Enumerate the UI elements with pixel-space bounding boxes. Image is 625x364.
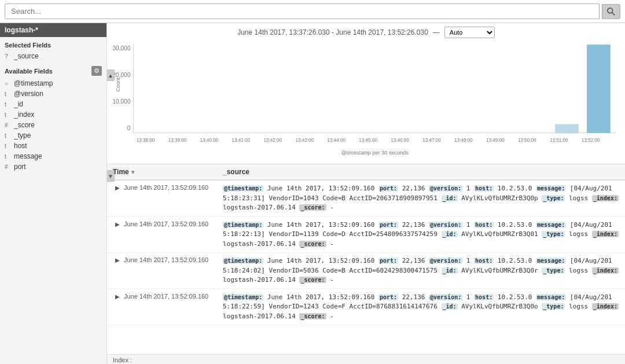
field-timestamp[interactable]: ○ @timestamp: [0, 78, 106, 89]
available-fields-title: Available Fields: [5, 68, 53, 75]
svg-text:13:45:00: 13:45:00: [359, 138, 377, 143]
svg-text:13:39:00: 13:39:00: [168, 138, 187, 143]
svg-text:@timestamp per 30 seconds: @timestamp per 30 seconds: [341, 150, 409, 156]
svg-text:13:38:00: 13:38:00: [137, 138, 155, 143]
field-message[interactable]: t message: [0, 151, 106, 161]
table-row: ▶ June 14th 2017, 13:52:09.160@timestamp…: [107, 216, 625, 253]
results-table: Time▼ _source ▶ June 14th 2017, 13:52:09…: [107, 164, 625, 325]
source-column-header: _source: [217, 164, 625, 180]
results-area[interactable]: ▼ Time▼ _source ▶ June 14th 2017, 13:52:…: [107, 164, 625, 354]
time-cell: ▶ June 14th 2017, 13:52:09.160: [107, 289, 217, 325]
svg-text:Count: Count: [115, 78, 121, 92]
chart-container: ▲ June 14th 2017, 13:37:26.030 - June 14…: [107, 23, 625, 164]
selected-fields-title: Selected Fields: [0, 37, 106, 51]
expand-row-button[interactable]: ▶: [113, 185, 122, 191]
sidebar: logstash-* Selected Fields ? _source Ava…: [0, 23, 107, 364]
svg-line-1: [612, 12, 615, 14]
svg-text:13:42:00: 13:42:00: [263, 138, 282, 143]
field-type[interactable]: t _type: [0, 130, 106, 141]
interval-select[interactable]: Auto 1 second 30 seconds 1 minute: [444, 27, 495, 38]
svg-rect-9: [587, 45, 611, 133]
svg-text:0: 0: [127, 125, 131, 131]
expand-row-button[interactable]: ▶: [113, 221, 122, 227]
svg-text:30,000: 30,000: [113, 45, 131, 52]
field-id[interactable]: t _id: [0, 99, 106, 109]
time-cell: ▶ June 14th 2017, 13:52:09.160: [107, 216, 217, 253]
time-cell: ▶ June 14th 2017, 13:52:09.160: [107, 180, 217, 216]
source-cell: @timestamp: June 14th 2017, 13:52:09.160…: [217, 289, 625, 325]
content-area: ▲ June 14th 2017, 13:37:26.030 - June 14…: [107, 23, 625, 364]
expand-row-button[interactable]: ▶: [113, 257, 122, 263]
svg-text:13:48:00: 13:48:00: [454, 138, 473, 143]
svg-text:13:44:00: 13:44:00: [327, 138, 345, 143]
field-host[interactable]: t host: [0, 141, 106, 151]
collapse-chart-button[interactable]: ▲: [107, 69, 115, 81]
gear-button[interactable]: ⚙: [91, 66, 102, 76]
svg-text:13:40:00: 13:40:00: [200, 138, 219, 143]
svg-text:13:41:00: 13:41:00: [232, 138, 251, 143]
search-button[interactable]: [602, 4, 620, 19]
field-name: _source: [14, 52, 39, 60]
expand-row-button[interactable]: ▶: [113, 293, 122, 300]
selected-field-source[interactable]: ? _source: [0, 51, 106, 61]
table-row: ▶ June 14th 2017, 13:52:09.160@timestamp…: [107, 289, 625, 325]
field-index[interactable]: t _index: [0, 109, 106, 120]
svg-point-0: [608, 8, 613, 13]
time-column-header[interactable]: Time▼: [107, 164, 217, 180]
search-bar: [0, 0, 625, 23]
svg-text:13:43:00: 13:43:00: [295, 138, 314, 143]
chart-wrapper: 30,000 20,000 10,000 0 13:38:00: [107, 42, 625, 164]
svg-text:20,000: 20,000: [113, 72, 131, 78]
available-fields-header: Available Fields ⚙: [0, 61, 106, 78]
svg-text:13:52:00: 13:52:00: [582, 138, 600, 143]
search-input[interactable]: [5, 3, 600, 19]
field-score[interactable]: # _score: [0, 120, 106, 130]
table-row: ▶ June 14th 2017, 13:52:09.160@timestamp…: [107, 253, 625, 289]
histogram-chart: 30,000 20,000 10,000 0 13:38:00: [113, 42, 619, 159]
index-label[interactable]: logstash-*: [0, 23, 106, 37]
time-cell: ▶ June 14th 2017, 13:52:09.160: [107, 253, 217, 289]
svg-text:13:49:00: 13:49:00: [486, 138, 505, 143]
svg-text:13:47:00: 13:47:00: [422, 138, 441, 143]
field-version[interactable]: t @version: [0, 89, 106, 99]
source-cell: @timestamp: June 14th 2017, 13:52:09.160…: [217, 216, 625, 253]
svg-text:13:50:00: 13:50:00: [518, 138, 536, 143]
svg-text:10,000: 10,000: [113, 98, 131, 105]
svg-text:13:51:00: 13:51:00: [550, 138, 568, 143]
time-range: June 14th 2017, 13:37:26.030 - June 14th…: [237, 28, 428, 36]
table-row: ▶ June 14th 2017, 13:52:09.160@timestamp…: [107, 180, 625, 216]
collapse-results-button[interactable]: ▼: [107, 170, 115, 182]
separator: —: [433, 28, 440, 36]
field-port[interactable]: # port: [0, 161, 106, 172]
status-bar: Index :: [107, 354, 625, 364]
source-cell: @timestamp: June 14th 2017, 13:52:09.160…: [217, 253, 625, 289]
svg-rect-8: [555, 124, 579, 133]
index-status-label: Index :: [113, 356, 132, 363]
chart-header: June 14th 2017, 13:37:26.030 - June 14th…: [107, 23, 625, 42]
field-type-icon: ?: [5, 53, 12, 60]
source-cell: @timestamp: June 14th 2017, 13:52:09.160…: [217, 180, 625, 216]
svg-text:13:46:00: 13:46:00: [391, 138, 409, 143]
main-layout: logstash-* Selected Fields ? _source Ava…: [0, 23, 625, 364]
